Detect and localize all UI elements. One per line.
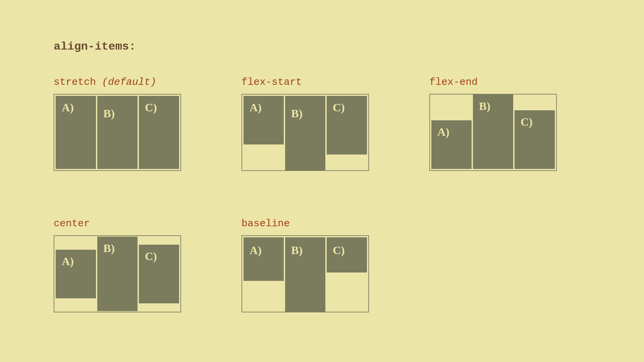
- diagram-root: align-items: stretch (default) A) B) C) …: [0, 0, 644, 353]
- example-label: stretch (default): [54, 76, 195, 88]
- flex-item-a: A): [431, 120, 472, 169]
- flex-item-c: C): [327, 96, 367, 155]
- flex-item-a: A): [56, 250, 96, 298]
- example-label: baseline: [241, 218, 382, 229]
- flex-container: A) B) C): [241, 94, 369, 171]
- example-label-text: flex-start: [241, 76, 302, 88]
- example-flex-end: flex-end A) B) C): [429, 76, 570, 171]
- flex-item-c: C): [139, 96, 179, 169]
- flex-item-b: B): [97, 237, 138, 311]
- flex-item-a: A): [244, 237, 284, 281]
- flex-container: A) B) C): [54, 94, 181, 171]
- flex-item-b: B): [285, 237, 325, 312]
- flex-item-c: C): [327, 237, 367, 273]
- flex-container: A) B) C): [429, 94, 557, 171]
- example-label: flex-end: [429, 76, 570, 88]
- example-label-text: baseline: [241, 218, 290, 229]
- example-center: center A) B) C): [54, 218, 195, 312]
- example-stretch: stretch (default) A) B) C): [54, 76, 195, 171]
- example-label-text: center: [54, 218, 90, 229]
- flex-item-c: C): [515, 110, 555, 169]
- example-label: center: [54, 218, 195, 229]
- example-label-text: flex-end: [429, 76, 478, 88]
- example-label: flex-start: [241, 76, 382, 88]
- example-label-default: (default): [102, 76, 156, 88]
- flex-item-a: A): [56, 96, 96, 169]
- flex-container: A) B) C): [241, 235, 369, 312]
- flex-item-b: B): [97, 96, 138, 169]
- flex-item-a: A): [244, 96, 284, 144]
- flex-container: A) B) C): [54, 235, 181, 312]
- flex-item-c: C): [139, 245, 179, 303]
- examples-grid: stretch (default) A) B) C) flex-start A)…: [54, 76, 590, 312]
- page-title: align-items:: [54, 40, 590, 53]
- example-baseline: baseline A) B) C): [241, 218, 382, 312]
- example-flex-start: flex-start A) B) C): [241, 76, 382, 171]
- flex-item-b: B): [285, 96, 325, 170]
- example-label-text: stretch: [54, 76, 96, 88]
- flex-item-b: B): [473, 95, 513, 169]
